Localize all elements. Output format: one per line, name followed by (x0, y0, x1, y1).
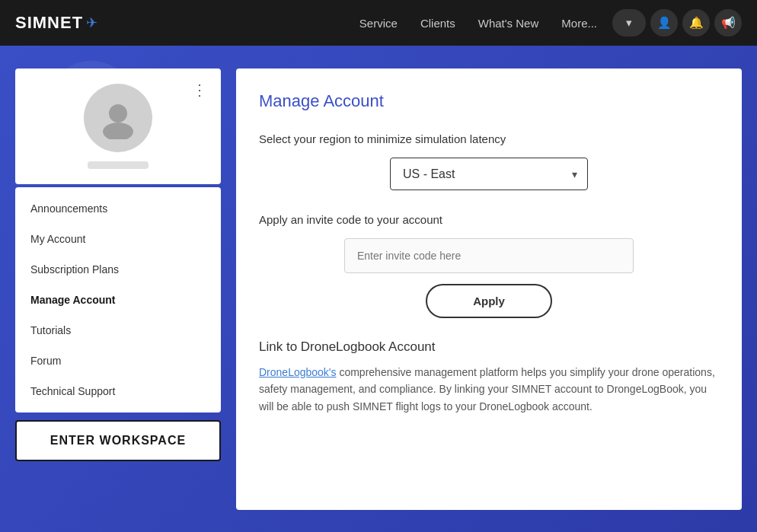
nav-service[interactable]: Service (359, 17, 398, 30)
sidebar-item-announcements[interactable]: Announcements (15, 193, 221, 224)
sidebar-item-technical-support[interactable]: Technical Support (15, 376, 221, 406)
nav-links: Service Clients What's New More... (359, 17, 597, 30)
megaphone-button[interactable]: 📢 (714, 9, 742, 37)
svg-point-1 (103, 123, 133, 139)
region-section: Select your region to minimize simulatio… (259, 132, 719, 190)
avatar-icon (97, 97, 139, 139)
dronelogbook-section: Link to DroneLogbook Account DroneLogboo… (259, 339, 719, 415)
notifications-button[interactable]: 🔔 (682, 9, 710, 37)
brand-name: SIMNET (15, 13, 83, 33)
dronelogbook-title: Link to DroneLogbook Account (259, 339, 719, 355)
invite-code-input[interactable] (344, 238, 634, 273)
enter-workspace-button[interactable]: ENTER WORKSPACE (15, 420, 221, 461)
profile-menu-dots[interactable]: ⋮ (192, 81, 209, 99)
megaphone-icon: 📢 (721, 16, 736, 30)
main-container: ⋮ Announcements My Account Subscription … (15, 68, 742, 510)
user-icon: 👤 (657, 16, 672, 30)
profile-card: ⋮ (15, 68, 221, 184)
sidebar-nav: Announcements My Account Subscription Pl… (15, 187, 221, 413)
content-panel: Manage Account Select your region to min… (236, 68, 742, 510)
brand-arrow-icon: ✈ (86, 14, 97, 31)
nav-clients[interactable]: Clients (420, 17, 455, 30)
sidebar-item-my-account[interactable]: My Account (15, 224, 221, 254)
sidebar-item-manage-account[interactable]: Manage Account (15, 285, 221, 315)
region-section-label: Select your region to minimize simulatio… (259, 132, 719, 145)
apply-button[interactable]: Apply (426, 284, 552, 318)
dronelogbook-link[interactable]: DroneLogbook's (259, 366, 337, 378)
region-select[interactable]: US - East US - West EU - West Asia - Pac… (390, 158, 588, 190)
top-navigation: SIMNET ✈ Service Clients What's New More… (0, 0, 757, 46)
nav-more[interactable]: More... (561, 17, 597, 30)
avatar (84, 84, 152, 152)
sidebar-item-tutorials[interactable]: Tutorials (15, 315, 221, 346)
bell-icon: 🔔 (689, 16, 704, 30)
invite-section-label: Apply an invite code to your account (259, 213, 719, 226)
apply-btn-wrapper: Apply (259, 284, 719, 318)
dropdown-button[interactable]: ▾ (612, 9, 646, 37)
region-select-wrapper: US - East US - West EU - West Asia - Pac… (259, 158, 719, 190)
nav-actions: ▾ 👤 🔔 📢 (612, 9, 742, 37)
chevron-down-icon: ▾ (626, 16, 632, 30)
sidebar: ⋮ Announcements My Account Subscription … (15, 68, 221, 510)
sidebar-item-forum[interactable]: Forum (15, 346, 221, 376)
svg-point-0 (109, 104, 127, 123)
user-account-button[interactable]: 👤 (650, 9, 678, 37)
sidebar-item-subscription-plans[interactable]: Subscription Plans (15, 254, 221, 285)
nav-whats-new[interactable]: What's New (478, 17, 539, 30)
page-title: Manage Account (259, 91, 719, 111)
avatar-name-placeholder (88, 161, 149, 169)
invite-section: Apply an invite code to your account App… (259, 213, 719, 318)
brand-logo[interactable]: SIMNET ✈ (15, 13, 97, 33)
dronelogbook-description: DroneLogbook's comprehensive management … (259, 364, 719, 415)
region-select-container: US - East US - West EU - West Asia - Pac… (390, 158, 588, 190)
